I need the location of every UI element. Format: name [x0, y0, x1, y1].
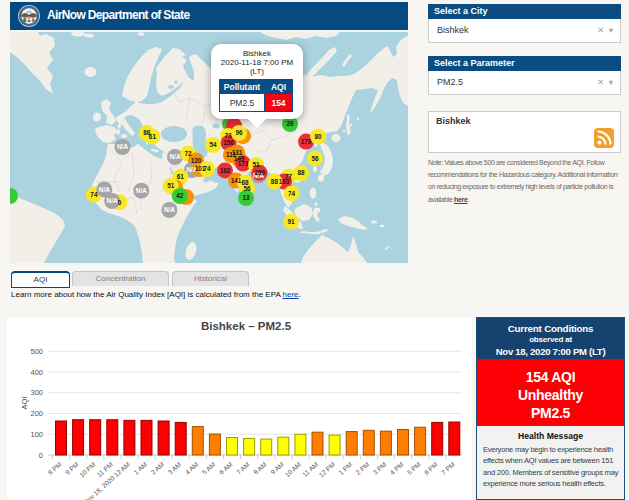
svg-text:N/A: N/A [169, 153, 180, 160]
svg-text:N/A: N/A [164, 206, 175, 213]
svg-text:96: 96 [235, 129, 243, 136]
svg-text:54: 54 [209, 141, 217, 148]
svg-text:156: 156 [223, 139, 234, 146]
svg-text:5 PM: 5 PM [406, 461, 422, 477]
svg-text:51: 51 [167, 182, 175, 189]
svg-text:3 PM: 3 PM [371, 461, 387, 477]
svg-text:72: 72 [184, 150, 192, 157]
svg-text:500: 500 [30, 347, 43, 356]
svg-text:173: 173 [238, 160, 249, 167]
svg-text:74: 74 [288, 190, 296, 197]
svg-text:2 PM: 2 PM [354, 461, 370, 477]
svg-text:163: 163 [279, 178, 290, 185]
svg-text:13: 13 [242, 194, 250, 201]
svg-text:1 PM: 1 PM [337, 461, 353, 477]
svg-text:179: 179 [301, 138, 312, 145]
svg-text:300: 300 [30, 388, 43, 397]
svg-text:200: 200 [30, 409, 43, 418]
svg-text:7 AM: 7 AM [235, 461, 251, 476]
svg-text:6 PM: 6 PM [423, 461, 439, 477]
svg-text:8 PM: 8 PM [47, 461, 63, 477]
svg-text:2 AM: 2 AM [149, 461, 165, 476]
svg-text:7 PM: 7 PM [440, 461, 456, 477]
svg-text:12 PM: 12 PM [317, 461, 336, 479]
svg-text:N/A: N/A [99, 186, 110, 193]
svg-text:74: 74 [90, 191, 98, 198]
svg-text:73: 73 [224, 132, 232, 139]
svg-text:6 AM: 6 AM [218, 461, 234, 476]
svg-text:80: 80 [314, 133, 322, 140]
svg-text:N/A: N/A [107, 197, 118, 204]
svg-text:1 AM: 1 AM [132, 461, 148, 476]
svg-text:74: 74 [203, 165, 211, 172]
svg-text:0: 0 [118, 199, 122, 206]
svg-text:4 PM: 4 PM [389, 461, 405, 477]
svg-text:N/A: N/A [136, 187, 147, 194]
svg-text:26: 26 [286, 120, 294, 127]
svg-text:159: 159 [254, 169, 265, 176]
svg-text:56: 56 [243, 185, 251, 192]
svg-text:3 AM: 3 AM [167, 461, 183, 476]
svg-text:120: 120 [191, 157, 202, 164]
svg-text:0: 0 [39, 451, 43, 460]
svg-text:10 PM: 10 PM [78, 461, 97, 479]
svg-text:8 AM: 8 AM [252, 461, 268, 476]
svg-text:AQI: AQI [20, 397, 29, 410]
svg-text:100: 100 [30, 430, 43, 439]
svg-text:400: 400 [30, 368, 43, 377]
svg-text:162: 162 [220, 167, 231, 174]
svg-text:56: 56 [311, 155, 319, 162]
svg-text:141: 141 [231, 177, 242, 184]
svg-text:91: 91 [288, 218, 296, 225]
svg-text:88: 88 [271, 178, 279, 185]
svg-text:N/A: N/A [117, 143, 128, 150]
svg-text:10 AM: 10 AM [283, 461, 302, 479]
svg-text:88: 88 [297, 169, 305, 176]
svg-text:61: 61 [177, 173, 185, 180]
svg-text:51: 51 [252, 161, 260, 168]
svg-text:5 AM: 5 AM [201, 461, 217, 476]
svg-text:4 AM: 4 AM [184, 461, 200, 476]
svg-text:42: 42 [176, 192, 184, 199]
svg-text:11 AM: 11 AM [301, 461, 319, 478]
svg-text:61: 61 [149, 133, 157, 140]
